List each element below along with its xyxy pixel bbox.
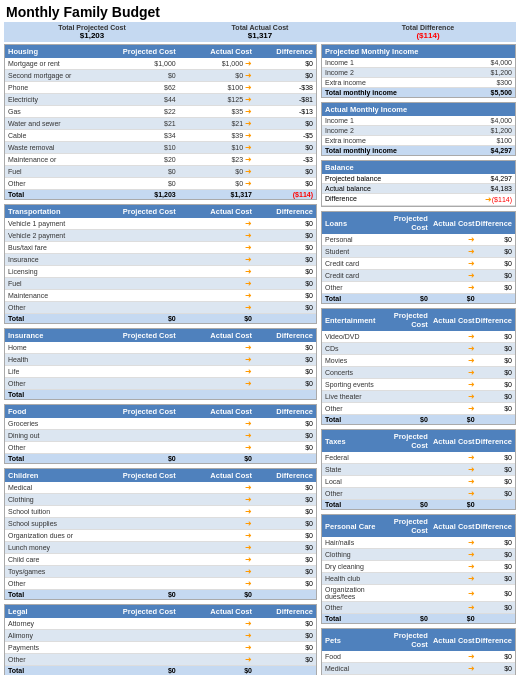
arrow-icon: ➜ (245, 291, 252, 300)
table-row: Bus/taxi fare ➜ $0 (5, 242, 316, 254)
right-column: Projected Monthly Income Income 1 $4,000… (321, 44, 516, 675)
table-row: Gas $22 $35 ➜ -$13 (5, 106, 316, 118)
arrow-icon: ➜ (468, 465, 475, 474)
table-row: Health ➜ $0 (5, 354, 316, 366)
arrow-icon: ➜ (468, 344, 475, 353)
table-row: Other ➜ $0 (5, 578, 316, 590)
left-column: Housing Projected Cost Actual Cost Diffe… (4, 44, 317, 675)
arrow-icon: ➜ (245, 167, 252, 176)
table-row: Payments ➜ $0 (5, 642, 316, 654)
arrow-icon: ➜ (245, 507, 252, 516)
table-row: Video/DVD ➜ $0 (322, 331, 515, 343)
table-row: Concerts ➜ $0 (322, 367, 515, 379)
arrow-icon: ➜ (245, 179, 252, 188)
table-row: Mortgage or rent $1,000 $1,000 ➜ $0 (5, 58, 316, 70)
transportation-total: Total $0 $0 (5, 314, 316, 323)
table-row: Maintenance or $20 $23 ➜ -$3 (5, 154, 316, 166)
table-row: Lunch money ➜ $0 (5, 542, 316, 554)
taxes-section: Taxes Projected Cost Actual Cost Differe… (321, 429, 516, 510)
arrow-icon: ➜ (468, 356, 475, 365)
table-row: Other ➜ $0 (322, 403, 515, 415)
arrow-icon: ➜ (245, 555, 252, 564)
arrow-icon: ➜ (245, 631, 252, 640)
arrow-icon: ➜ (245, 443, 252, 452)
arrow-icon: ➜ (245, 495, 252, 504)
arrow-icon: ➜ (468, 404, 475, 413)
table-row: Hair/nails ➜ $0 (322, 537, 515, 549)
arrow-icon: ➜ (468, 477, 475, 486)
table-row: State ➜ $0 (322, 464, 515, 476)
table-row: Other ➜ $0 (5, 302, 316, 314)
table-row: Credit card ➜ $0 (322, 258, 515, 270)
legal-total: Total $0 $0 (5, 666, 316, 675)
arrow-icon: ➜ (245, 107, 252, 116)
table-row: Vehicle 1 payment ➜ $0 (5, 218, 316, 230)
arrow-icon: ➜ (245, 243, 252, 252)
actual-income-section: Actual Monthly Income Income 1 $4,000 In… (321, 102, 516, 156)
arrow-icon: ➜ (468, 271, 475, 280)
personal-care-total: Total $0 $0 (322, 614, 515, 623)
arrow-icon: ➜ (468, 562, 475, 571)
table-row: Life ➜ $0 (5, 366, 316, 378)
arrow-icon: ➜ (245, 643, 252, 652)
arrow-icon: ➜ (245, 367, 252, 376)
balance-section: Balance Projected balance $4,297 Actual … (321, 160, 516, 207)
arrow-icon: ➜ (468, 259, 475, 268)
table-row: Licensing ➜ $0 (5, 266, 316, 278)
list-item: Income 1 $4,000 (322, 58, 515, 68)
personal-care-section: Personal Care Projected Cost Actual Cost… (321, 514, 516, 624)
table-row: Medical ➜ $0 (322, 663, 515, 675)
arrow-icon: ➜ (245, 519, 252, 528)
arrow-icon: ➜ (245, 431, 252, 440)
arrow-icon: ➜ (245, 143, 252, 152)
arrow-icon: ➜ (245, 71, 252, 80)
table-row: Organization dues or ➜ $0 (5, 530, 316, 542)
arrow-icon: ➜ (245, 219, 252, 228)
arrow-icon: ➜ (245, 231, 252, 240)
arrow-icon: ➜ (245, 59, 252, 68)
table-row: Insurance ➜ $0 (5, 254, 316, 266)
housing-total: Total $1,203 $1,317 ($114) (5, 190, 316, 199)
table-row: Fuel ➜ $0 (5, 278, 316, 290)
list-item: Actual balance $4,183 (322, 184, 515, 194)
insurance-section: Insurance Projected Cost Actual Cost Dif… (4, 328, 317, 400)
list-item: Income 2 $1,200 (322, 68, 515, 78)
arrow-icon: ➜ (245, 355, 252, 364)
arrow-icon: ➜ (468, 550, 475, 559)
table-row: Second mortgage or $0 $0 ➜ $0 (5, 70, 316, 82)
taxes-total: Total $0 $0 (322, 500, 515, 509)
table-row: Water and sewer $21 $21 ➜ $0 (5, 118, 316, 130)
table-row: Other ➜ $0 (322, 282, 515, 294)
arrow-icon: ➜ (245, 131, 252, 140)
arrow-icon: ➜ (468, 380, 475, 389)
food-total: Total $0 $0 (5, 454, 316, 463)
transportation-section: Transportation Projected Cost Actual Cos… (4, 204, 317, 324)
table-row: Child care ➜ $0 (5, 554, 316, 566)
summary-actual: Total Actual Cost $1,317 (176, 24, 344, 40)
arrow-icon: ➜ (245, 255, 252, 264)
arrow-icon: ➜ (245, 579, 252, 588)
arrow-icon: ➜ (245, 279, 252, 288)
list-item: Income 2 $1,200 (322, 126, 515, 136)
list-item: Extra income $300 (322, 78, 515, 88)
arrow-icon: ➜ (468, 453, 475, 462)
loans-total: Total $0 $0 (322, 294, 515, 303)
table-row: Health club ➜ $0 (322, 573, 515, 585)
table-row: Other ➜ $0 (322, 602, 515, 614)
arrow-icon: ➜ (468, 589, 475, 598)
table-row: Maintenance ➜ $0 (5, 290, 316, 302)
actual-income-total: Total monthly income $4,297 (322, 146, 515, 155)
page-title: Monthly Family Budget (0, 0, 520, 22)
insurance-total: Total (5, 390, 316, 399)
arrow-icon: ➜ (245, 619, 252, 628)
table-row: Movies ➜ $0 (322, 355, 515, 367)
table-row: Electricity $44 $125 ➜ -$81 (5, 94, 316, 106)
list-item: Income 1 $4,000 (322, 116, 515, 126)
table-row: Clothing ➜ $0 (5, 494, 316, 506)
list-item: Extra income $100 (322, 136, 515, 146)
arrow-icon: ➜ (468, 538, 475, 547)
arrow-icon: ➜ (245, 303, 252, 312)
table-row: Live theater ➜ $0 (322, 391, 515, 403)
pets-section: Pets Projected Cost Actual Cost Differen… (321, 628, 516, 675)
summary-projected: Total Projected Cost $1,203 (8, 24, 176, 40)
